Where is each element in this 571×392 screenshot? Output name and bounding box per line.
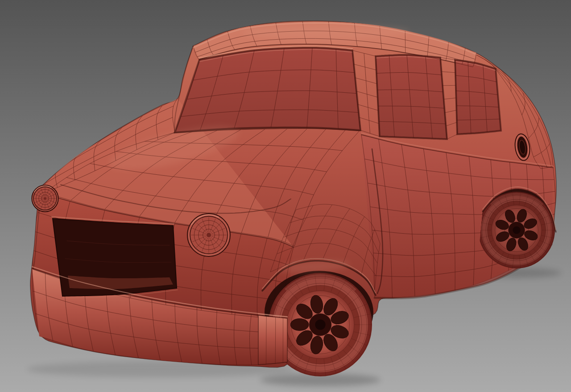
grille [52,217,178,298]
car-model-render [0,0,571,392]
viewport-3d[interactable] [0,0,571,392]
